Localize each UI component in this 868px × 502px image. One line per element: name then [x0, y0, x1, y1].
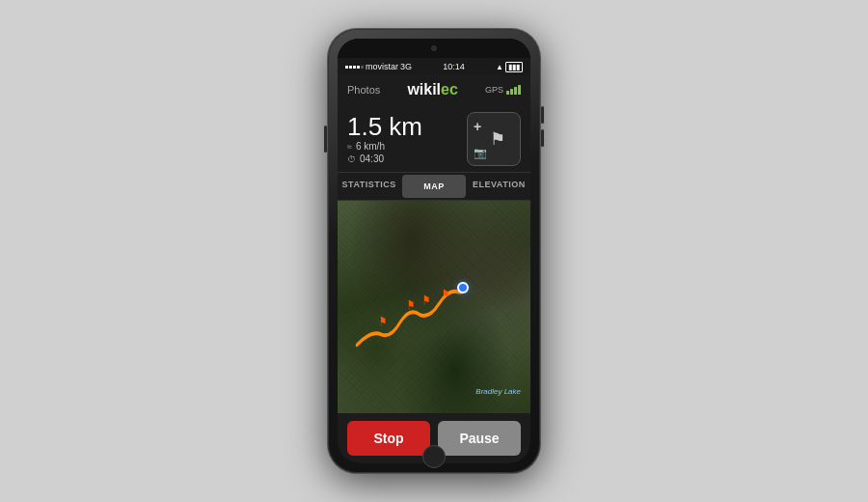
plus-icon: + — [474, 119, 481, 134]
camera-icon: 📷 — [474, 147, 487, 159]
app-logo: wikilec — [407, 81, 457, 98]
logo-wiki-text: wikil — [407, 81, 441, 98]
status-time: 10:14 — [443, 62, 465, 71]
gps-bar-1 — [506, 91, 509, 95]
battery-icon: ▮▮▮ — [505, 62, 523, 72]
flag-icon: ⚑ — [490, 128, 505, 150]
volume-down-button[interactable] — [541, 129, 544, 147]
tab-statistics[interactable]: STATISTICS — [338, 173, 400, 200]
distance-value: 1.5 km — [347, 114, 422, 139]
speed-value: 6 km/h — [356, 141, 385, 152]
carrier-name: movistar — [366, 62, 398, 71]
power-button[interactable] — [324, 126, 327, 153]
gps-label: GPS — [485, 85, 503, 95]
gps-bar-3 — [514, 87, 517, 95]
location-arrow-icon: ▲ — [496, 63, 503, 71]
signal-dots — [345, 66, 364, 69]
time-row: ⏱ 04:30 — [347, 153, 422, 164]
front-camera — [431, 45, 437, 51]
map-tabs: STATISTICS MAP ELEVATION — [338, 173, 530, 201]
volume-up-button[interactable] — [541, 106, 544, 124]
status-right: ▲ ▮▮▮ — [496, 62, 523, 72]
tab-map[interactable]: MAP — [402, 175, 465, 198]
tab-elevation[interactable]: ELEVATION — [468, 173, 530, 200]
network-type: 3G — [400, 62, 412, 71]
phone-top-bar — [338, 39, 530, 58]
time-value: 04:30 — [360, 153, 384, 164]
gps-bar-4 — [518, 85, 521, 95]
track-path-svg: ⚑ ⚑ ⚑ ⚑ — [338, 201, 530, 413]
speed-row: ≈ 6 km/h — [347, 141, 422, 152]
gps-bar-2 — [510, 89, 513, 95]
gps-signal-bars — [506, 85, 521, 95]
logo-loc-text: ec — [441, 81, 458, 98]
status-bar: movistar 3G 10:14 ▲ ▮▮▮ — [338, 58, 530, 75]
phone-screen: movistar 3G 10:14 ▲ ▮▮▮ Photos wikilec G… — [338, 39, 530, 463]
svg-text:⚑: ⚑ — [407, 297, 415, 314]
gps-status: GPS — [485, 85, 521, 95]
add-waypoint-button[interactable]: + ⚑ 📷 — [467, 112, 521, 166]
lake-label: Bradley Lake — [475, 387, 521, 396]
status-left: movistar 3G — [345, 62, 412, 71]
pause-button[interactable]: Pause — [438, 421, 521, 456]
app-header: Photos wikilec GPS — [338, 75, 530, 104]
svg-text:⚑: ⚑ — [442, 287, 449, 303]
wind-icon: ≈ — [347, 142, 352, 152]
stop-button[interactable]: Stop — [347, 421, 430, 456]
current-location-dot — [457, 282, 469, 293]
stats-left: 1.5 km ≈ 6 km/h ⏱ 04:30 — [347, 114, 422, 164]
svg-text:⚑: ⚑ — [422, 293, 430, 309]
map-view[interactable]: ⚑ ⚑ ⚑ ⚑ Bradley Lake — [338, 201, 530, 413]
home-button[interactable] — [422, 445, 446, 468]
svg-text:⚑: ⚑ — [379, 314, 387, 330]
photos-nav-label[interactable]: Photos — [347, 84, 380, 96]
clock-icon: ⏱ — [347, 154, 356, 164]
stats-area: 1.5 km ≈ 6 km/h ⏱ 04:30 + ⚑ 📷 — [338, 104, 530, 173]
phone-device: movistar 3G 10:14 ▲ ▮▮▮ Photos wikilec G… — [328, 29, 540, 473]
